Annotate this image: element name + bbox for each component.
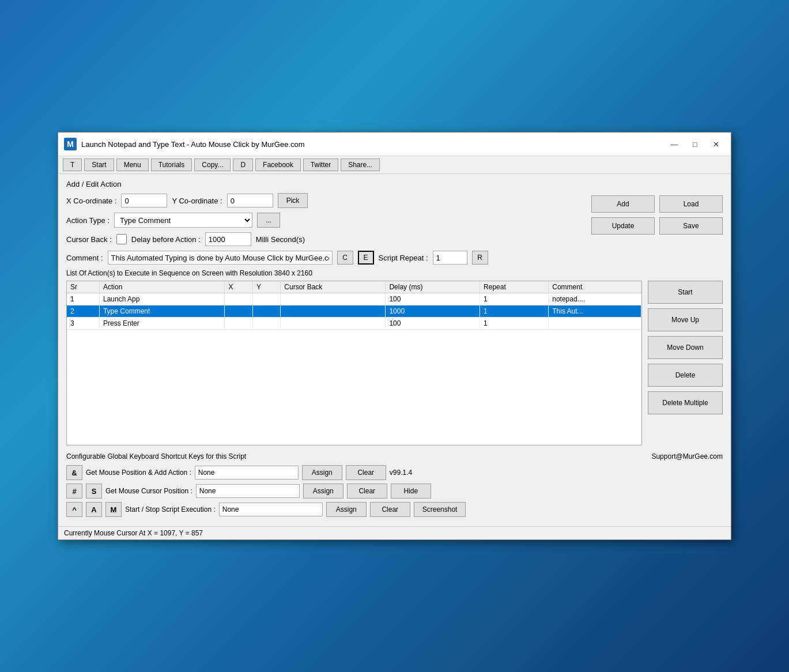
assign-button-2[interactable]: Assign [303,484,343,499]
toolbar-tutorials-button[interactable]: Tutorials [151,158,192,171]
shortcut-desc-3: Start / Stop Script Execution : [125,505,216,514]
shortcut-row-3: ^ A M Start / Stop Script Execution : As… [66,502,723,517]
toolbar: T Start Menu Tutorials Copy... D Faceboo… [58,156,731,174]
pick-button[interactable]: Pick [278,193,308,208]
key-badge-ampersand: & [66,465,82,480]
window-controls: — □ ✕ [665,137,725,151]
delete-button[interactable]: Delete [648,364,723,387]
move-up-button[interactable]: Move Up [648,308,723,331]
close-button[interactable]: ✕ [707,137,725,151]
action-table-container: Sr Action X Y Cursor Back Delay (ms) Rep… [66,281,642,446]
support-text: Support@MurGee.com [651,452,723,460]
col-comment: Comment [549,281,641,293]
status-text: Currently Mouse Cursor At X = 1097, Y = … [64,529,203,537]
shortcut-desc-1: Get Mouse Position & Add Action : [86,469,191,477]
cursor-back-checkbox[interactable] [116,234,127,244]
window-title: Launch Notepad and Type Text - Auto Mous… [81,140,660,149]
key-badge-m: M [105,502,122,517]
main-window: M Launch Notepad and Type Text - Auto Mo… [58,132,731,540]
toolbar-d-button[interactable]: D [233,158,253,171]
col-repeat: Repeat [480,281,549,293]
script-repeat-input[interactable] [433,251,467,265]
assign-button-1[interactable]: Assign [302,465,342,480]
title-bar: M Launch Notepad and Type Text - Auto Mo… [58,133,731,156]
shortcut-input-1[interactable] [195,466,299,480]
col-x: X [225,281,252,293]
clear-button-1[interactable]: Clear [346,465,386,480]
c-button[interactable]: C [337,251,353,265]
cursor-back-label: Cursor Back : [66,235,112,244]
shortcut-section-label: Configurable Global Keyboard Shortcut Ke… [66,452,246,460]
action-table: Sr Action X Y Cursor Back Delay (ms) Rep… [67,281,641,445]
x-coord-label: X Co-ordinate : [66,197,116,205]
shortcut-input-2[interactable] [196,484,300,498]
assign-button-3[interactable]: Assign [326,502,367,517]
clear-button-2[interactable]: Clear [347,484,387,499]
minimize-button[interactable]: — [665,137,684,151]
x-coord-input[interactable] [121,194,167,207]
ellipsis-button[interactable]: ... [257,213,280,228]
maximize-button[interactable]: □ [686,137,704,151]
col-delay: Delay (ms) [386,281,480,293]
update-button[interactable]: Update [591,217,655,235]
key-badge-hash: # [66,484,82,499]
col-action: Action [99,281,225,293]
status-bar: Currently Mouse Cursor At X = 1097, Y = … [58,526,731,539]
shortcut-row-2: # S Get Mouse Cursor Position : Assign C… [66,484,723,499]
main-content: Add / Edit Action X Co-ordinate : Y Co-o… [58,174,731,526]
side-buttons: Start Move Up Move Down Delete Delete Mu… [648,281,723,446]
section-label: Add / Edit Action [66,180,723,188]
col-cursor-back: Cursor Back [281,281,386,293]
start-button[interactable]: Start [648,281,723,304]
hide-button[interactable]: Hide [391,484,431,499]
toolbar-facebook-button[interactable]: Facebook [255,158,301,171]
move-down-button[interactable]: Move Down [648,336,723,359]
table-row[interactable]: 1 Launch App 100 1 notepad.... [67,293,641,305]
shortcut-input-3[interactable] [219,503,323,516]
comment-input[interactable] [108,251,333,265]
table-row[interactable]: 3 Press Enter 100 1 [67,318,641,330]
comment-label: Comment : [66,254,103,262]
list-section-label: List Of Action(s) to Execute in Sequence… [66,269,723,277]
clear-button-3[interactable]: Clear [370,502,410,517]
key-badge-caret: ^ [66,502,82,517]
add-button[interactable]: Add [591,195,655,213]
y-coord-input[interactable] [227,194,273,207]
toolbar-start-button[interactable]: Start [84,158,114,171]
table-row[interactable]: 2 Type Comment 1000 1 This Aut... [67,305,641,318]
toolbar-copy-button[interactable]: Copy... [194,158,231,171]
delay-unit-label: Milli Second(s) [256,235,305,244]
shortcut-desc-2: Get Mouse Cursor Position : [105,487,192,495]
screenshot-button[interactable]: Screenshot [414,502,466,517]
shortcut-section: Configurable Global Keyboard Shortcut Ke… [66,452,723,517]
y-coord-label: Y Co-ordinate : [172,197,222,205]
version-text: v99.1.4 [390,469,412,477]
toolbar-twitter-button[interactable]: Twitter [303,158,338,171]
load-button[interactable]: Load [659,195,723,213]
delay-label: Delay before Action : [131,235,201,244]
e-button[interactable]: E [358,251,374,265]
key-badge-a: A [86,502,102,517]
delete-multiple-button[interactable]: Delete Multiple [648,391,723,414]
shortcut-row-1: & Get Mouse Position & Add Action : Assi… [66,465,723,480]
r-button[interactable]: R [472,251,488,265]
app-icon: M [64,138,77,150]
delay-input[interactable] [205,232,251,246]
col-y: Y [252,281,280,293]
script-repeat-label: Script Repeat : [379,254,428,262]
toolbar-t-button[interactable]: T [63,158,82,171]
action-type-select[interactable]: Type Comment Launch App Press Enter Left… [114,213,252,228]
col-sr: Sr [67,281,99,293]
key-badge-s: S [86,484,102,499]
toolbar-share-button[interactable]: Share... [341,158,380,171]
save-button[interactable]: Save [659,217,723,235]
action-type-label: Action Type : [66,216,110,225]
toolbar-menu-button[interactable]: Menu [116,158,149,171]
